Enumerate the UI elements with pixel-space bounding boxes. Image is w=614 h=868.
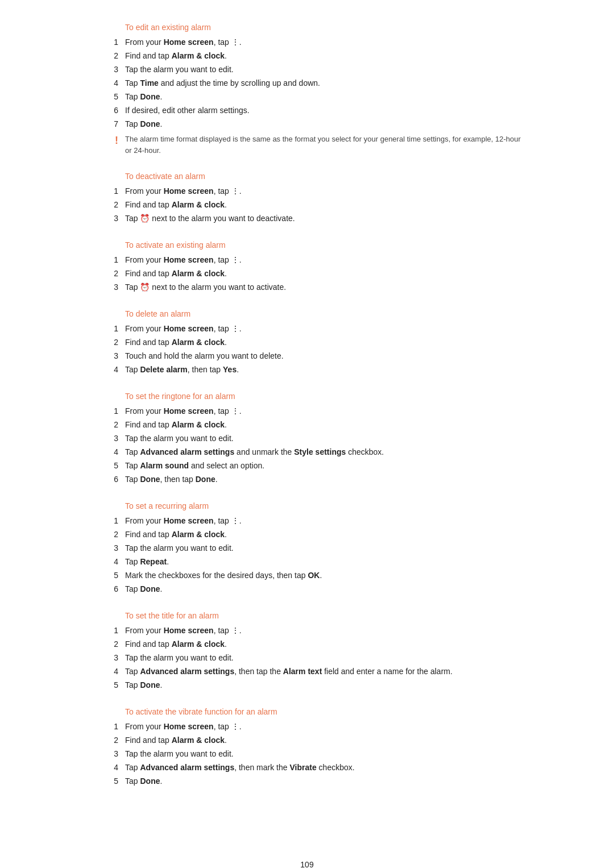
step-text: Tap Done. <box>125 775 523 787</box>
page-number: 109 <box>91 860 523 868</box>
step-number: 5 <box>91 570 125 582</box>
section-recurring-alarm: To set a recurring alarm1From your Home … <box>91 501 523 595</box>
step-text: Tap ⏰ next to the alarm you want to acti… <box>125 281 523 293</box>
step-list: 1From your Home screen, tap ⋮.2Find and … <box>91 185 523 225</box>
step-item: 5Tap Alarm sound and select an option. <box>91 460 523 472</box>
step-item: 3Tap ⏰ next to the alarm you want to dea… <box>91 213 523 225</box>
step-number: 4 <box>91 446 125 458</box>
step-number: 3 <box>91 748 125 760</box>
step-number: 5 <box>91 679 125 691</box>
step-item: 1From your Home screen, tap ⋮. <box>91 405 523 417</box>
step-list: 1From your Home screen, tap ⋮.2Find and … <box>91 254 523 293</box>
step-item: 1From your Home screen, tap ⋮. <box>91 36 523 48</box>
step-number: 3 <box>91 281 125 293</box>
step-text: Find and tap Alarm & clock. <box>125 50 523 62</box>
step-number: 3 <box>91 350 125 362</box>
step-number: 2 <box>91 50 125 62</box>
step-list: 1From your Home screen, tap ⋮.2Find and … <box>91 323 523 376</box>
step-item: 3Touch and hold the alarm you want to de… <box>91 350 523 362</box>
step-text: Tap Done. <box>125 679 523 691</box>
step-item: 3Tap the alarm you want to edit. <box>91 64 523 76</box>
step-item: 2Find and tap Alarm & clock. <box>91 199 523 211</box>
step-text: From your Home screen, tap ⋮. <box>125 625 523 637</box>
step-number: 4 <box>91 556 125 568</box>
step-list: 1From your Home screen, tap ⋮.2Find and … <box>91 625 523 691</box>
step-item: 1From your Home screen, tap ⋮. <box>91 721 523 733</box>
section-title: To set a recurring alarm <box>125 501 523 510</box>
step-text: Tap Done. <box>125 91 523 103</box>
step-item: 1From your Home screen, tap ⋮. <box>91 185 523 197</box>
section-activate-alarm: To activate an existing alarm1From your … <box>91 240 523 293</box>
step-number: 3 <box>91 433 125 445</box>
step-text: From your Home screen, tap ⋮. <box>125 185 523 197</box>
step-number: 1 <box>91 625 125 637</box>
step-number: 2 <box>91 638 125 650</box>
step-item: 6Tap Done. <box>91 583 523 595</box>
step-item: 3Tap the alarm you want to edit. <box>91 542 523 554</box>
step-text: From your Home screen, tap ⋮. <box>125 36 523 48</box>
step-number: 2 <box>91 529 125 541</box>
step-item: 7Tap Done. <box>91 118 523 130</box>
section-title: To delete an alarm <box>125 309 523 318</box>
section-ringtone-alarm: To set the ringtone for an alarm1From yo… <box>91 392 523 485</box>
step-item: 3Tap the alarm you want to edit. <box>91 433 523 445</box>
step-text: Tap Advanced alarm settings and unmark t… <box>125 446 523 458</box>
step-number: 1 <box>91 515 125 527</box>
step-text: From your Home screen, tap ⋮. <box>125 405 523 417</box>
step-number: 3 <box>91 652 125 664</box>
section-vibrate-alarm: To activate the vibrate function for an … <box>91 707 523 787</box>
step-text: Touch and hold the alarm you want to del… <box>125 350 523 362</box>
step-item: 1From your Home screen, tap ⋮. <box>91 625 523 637</box>
step-text: Find and tap Alarm & clock. <box>125 529 523 541</box>
step-number: 4 <box>91 77 125 89</box>
note: !The alarm time format displayed is the … <box>97 134 523 156</box>
step-number: 4 <box>91 364 125 376</box>
step-number: 3 <box>91 542 125 554</box>
step-number: 2 <box>91 268 125 280</box>
section-title: To activate an existing alarm <box>125 240 523 250</box>
section-title: To set the title for an alarm <box>125 611 523 620</box>
step-number: 7 <box>91 118 125 130</box>
section-deactivate-alarm: To deactivate an alarm1From your Home sc… <box>91 172 523 225</box>
step-number: 1 <box>91 36 125 48</box>
section-title: To activate the vibrate function for an … <box>125 707 523 716</box>
step-item: 5Tap Done. <box>91 679 523 691</box>
step-number: 5 <box>91 91 125 103</box>
step-number: 2 <box>91 734 125 746</box>
step-text: Tap the alarm you want to edit. <box>125 542 523 554</box>
step-list: 1From your Home screen, tap ⋮.2Find and … <box>91 405 523 485</box>
step-item: 1From your Home screen, tap ⋮. <box>91 254 523 266</box>
note-text: The alarm time format displayed is the s… <box>125 134 523 156</box>
step-text: Find and tap Alarm & clock. <box>125 638 523 650</box>
page-content: To edit an existing alarm1From your Home… <box>91 0 523 837</box>
step-item: 5Tap Done. <box>91 775 523 787</box>
step-list: 1From your Home screen, tap ⋮.2Find and … <box>91 515 523 595</box>
step-item: 2Find and tap Alarm & clock. <box>91 337 523 348</box>
step-number: 4 <box>91 666 125 678</box>
section-title: To deactivate an alarm <box>125 172 523 181</box>
step-item: 3Tap ⏰ next to the alarm you want to act… <box>91 281 523 293</box>
step-text: Mark the checkboxes for the desired days… <box>125 570 523 582</box>
step-number: 3 <box>91 64 125 76</box>
step-item: 4Tap Time and adjust the time by scrolli… <box>91 77 523 89</box>
note-icon: ! <box>97 134 125 156</box>
step-text: Find and tap Alarm & clock. <box>125 268 523 280</box>
step-text: Tap Done. <box>125 118 523 130</box>
step-text: Tap the alarm you want to edit. <box>125 433 523 445</box>
section-title: To edit an existing alarm <box>125 23 523 32</box>
step-item: 5Tap Done. <box>91 91 523 103</box>
step-number: 6 <box>91 105 125 117</box>
step-number: 2 <box>91 419 125 431</box>
step-item: 2Find and tap Alarm & clock. <box>91 419 523 431</box>
step-text: From your Home screen, tap ⋮. <box>125 721 523 733</box>
step-text: Tap Delete alarm, then tap Yes. <box>125 364 523 376</box>
step-text: Tap Time and adjust the time by scrollin… <box>125 77 523 89</box>
step-item: 2Find and tap Alarm & clock. <box>91 50 523 62</box>
step-item: 1From your Home screen, tap ⋮. <box>91 323 523 335</box>
page-footer: 109This is an Internet version of this p… <box>91 860 523 868</box>
step-list: 1From your Home screen, tap ⋮.2Find and … <box>91 36 523 130</box>
step-text: From your Home screen, tap ⋮. <box>125 323 523 335</box>
step-text: Find and tap Alarm & clock. <box>125 199 523 211</box>
step-number: 6 <box>91 583 125 595</box>
step-item: 6If desired, edit other alarm settings. <box>91 105 523 117</box>
